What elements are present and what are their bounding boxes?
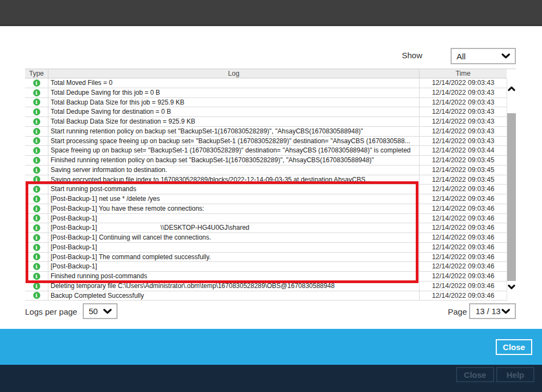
scroll-down-icon[interactable] — [507, 282, 516, 292]
row-type-cell: i — [25, 262, 48, 271]
row-time-text: 12/14/2022 09:03:46 — [420, 233, 507, 242]
table-row: iStart processing space freeing up on ba… — [25, 137, 507, 146]
row-log-text: Start running post-commands — [48, 185, 420, 194]
table-row: iFinished running post-commands12/14/202… — [25, 272, 507, 281]
row-log-text: Start running retention policy on backup… — [48, 127, 420, 136]
scroll-up-icon[interactable] — [507, 84, 516, 94]
row-log-text: Start processing space freeing up on bac… — [48, 137, 420, 146]
log-report-window: Show All Type Log Time iTotal Moved File… — [0, 0, 542, 392]
info-icon: i — [33, 147, 40, 154]
table-row: iDeleting temporary file C:\Users\Admini… — [25, 281, 507, 291]
row-time-text: 12/14/2022 09:03:45 — [420, 166, 507, 175]
log-table-header: Type Log Time — [25, 69, 507, 78]
info-icon: i — [33, 205, 40, 212]
show-filter-dropdown[interactable]: All — [451, 48, 516, 64]
row-time-text: 12/14/2022 09:03:46 — [420, 262, 507, 271]
table-row: i[Post-Backup-1] Continuing will cancel … — [25, 233, 507, 243]
table-row: i[Post-Backup-1] \\DESKTOP-HG4U0GJ\share… — [25, 223, 507, 233]
log-table-body: iTotal Moved Files = 012/14/2022 09:03:4… — [25, 78, 507, 301]
table-row: iFinished running retention policy on ba… — [25, 156, 507, 166]
info-icon: i — [33, 157, 40, 164]
chevron-down-icon — [501, 308, 510, 314]
logs-per-page-label: Logs per page — [25, 307, 77, 316]
row-time-text: 12/14/2022 09:03:44 — [420, 146, 507, 155]
row-type-cell: i — [25, 166, 48, 175]
close-button[interactable]: Close — [496, 339, 532, 355]
row-type-cell: i — [25, 98, 48, 107]
row-log-text: Saving server information to destination… — [48, 166, 420, 175]
logs-per-page-value: 50 — [89, 307, 98, 316]
row-type-cell: i — [25, 127, 48, 136]
table-row: iTotal Backup Data Size for this job = 9… — [25, 98, 507, 108]
info-icon: i — [33, 234, 40, 241]
logs-per-page-dropdown[interactable]: 50 — [83, 303, 118, 319]
row-time-text: 12/14/2022 09:03:45 — [420, 175, 507, 185]
row-log-text: [Post-Backup-1] Continuing will cancel t… — [48, 233, 420, 242]
row-type-cell: i — [25, 107, 48, 117]
table-row: i[Post-Backup-1]12/14/2022 09:03:46 — [25, 243, 507, 253]
table-row: i[Post-Backup-1] net use * /delete /yes1… — [25, 194, 507, 204]
info-icon: i — [33, 195, 40, 203]
page-label: Page — [448, 307, 467, 316]
row-log-text: [Post-Backup-1] — [48, 243, 420, 252]
row-type-cell: i — [25, 117, 48, 126]
row-time-text: 12/14/2022 09:03:43 — [420, 98, 507, 107]
column-header-time: Time — [420, 69, 507, 78]
row-log-text: Total Dedupe Saving for destination = 0 … — [48, 107, 420, 117]
row-type-cell: i — [25, 253, 48, 262]
row-time-text: 12/14/2022 09:03:43 — [420, 117, 507, 126]
close-button-disabled[interactable]: Close — [456, 367, 494, 382]
row-type-cell: i — [25, 214, 48, 223]
row-time-text: 12/14/2022 09:03:46 — [420, 204, 507, 213]
info-icon: i — [33, 186, 40, 193]
column-header-type: Type — [25, 69, 48, 78]
scrollbar-thumb[interactable] — [507, 113, 516, 281]
status-bar: Close Help — [0, 365, 542, 392]
row-time-text: 12/14/2022 09:03:43 — [420, 137, 507, 146]
table-row: iTotal Dedupe Saving for this job = 0 B1… — [25, 88, 507, 98]
row-log-text: Space freeing up on backup set= "BackupS… — [48, 146, 420, 155]
footer-bar: Close — [0, 329, 542, 365]
row-log-text: Finished running post-commands — [48, 272, 420, 281]
table-row: iSpace freeing up on backup set= "Backup… — [25, 146, 507, 156]
row-type-cell: i — [25, 78, 48, 88]
row-time-text: 12/14/2022 09:03:46 — [420, 185, 507, 194]
row-log-text: Finished running retention policy on bac… — [48, 156, 420, 165]
row-time-text: 12/14/2022 09:03:46 — [420, 291, 507, 301]
row-log-text: [Post-Backup-1] — [48, 214, 420, 223]
row-type-cell: i — [25, 204, 48, 213]
info-icon: i — [33, 244, 40, 251]
info-icon: i — [33, 108, 40, 115]
row-time-text: 12/14/2022 09:03:46 — [420, 214, 507, 223]
table-row: i[Post-Backup-1] The command completed s… — [25, 253, 507, 262]
row-type-cell: i — [25, 223, 48, 232]
row-time-text: 12/14/2022 09:03:46 — [420, 243, 507, 252]
row-time-text: 12/14/2022 09:03:46 — [420, 194, 507, 204]
info-icon: i — [33, 176, 40, 183]
show-filter-label: Show — [402, 51, 422, 60]
row-type-cell: i — [25, 194, 48, 204]
table-row: iStart running retention policy on backu… — [25, 127, 507, 137]
row-time-text: 12/14/2022 09:03:43 — [420, 107, 507, 117]
vertical-scrollbar[interactable] — [507, 78, 516, 301]
info-icon: i — [33, 215, 40, 222]
row-type-cell: i — [25, 281, 48, 291]
row-type-cell: i — [25, 291, 48, 301]
row-type-cell: i — [25, 272, 48, 281]
table-row: iTotal Backup Data Size for destination … — [25, 117, 507, 127]
table-row: iBackup Completed Successfully12/14/2022… — [25, 291, 507, 301]
info-icon: i — [33, 292, 40, 299]
row-log-text: [Post-Backup-1] net use * /delete /yes — [48, 194, 420, 204]
info-icon: i — [33, 89, 40, 96]
row-time-text: 12/14/2022 09:03:46 — [420, 281, 507, 291]
info-icon: i — [33, 99, 40, 106]
row-type-cell: i — [25, 233, 48, 242]
info-icon: i — [33, 224, 40, 231]
row-log-text: Total Backup Data Size for this job = 92… — [48, 98, 420, 107]
help-button-disabled[interactable]: Help — [496, 367, 534, 382]
row-type-cell: i — [25, 146, 48, 155]
chevron-down-icon — [501, 53, 510, 59]
row-log-text: [Post-Backup-1] — [48, 262, 420, 271]
info-icon: i — [33, 167, 40, 174]
page-dropdown[interactable]: 13 / 13 — [469, 303, 516, 319]
